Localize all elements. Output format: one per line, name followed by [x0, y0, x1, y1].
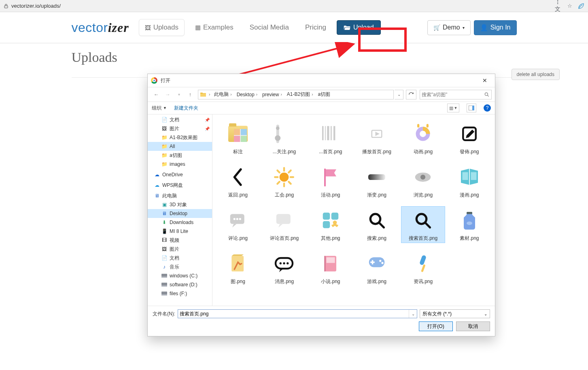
file-item[interactable]: 动画.png	[401, 120, 444, 156]
breadcrumb[interactable]: › 此电脑› Desktop› preview› A1-B2切图› a切图	[198, 90, 394, 99]
side-thispc[interactable]: 🖥此电脑	[148, 191, 212, 200]
cloud-icon: ☁	[154, 172, 160, 178]
side-docs[interactable]: 📄文档📌	[148, 115, 212, 124]
demo-button[interactable]: 🛒Demo▾	[427, 20, 471, 35]
file-item[interactable]: ...关注.png	[263, 120, 306, 156]
side-video[interactable]: 🎞视频	[148, 236, 212, 245]
crumb-thispc[interactable]: 此电脑›	[212, 90, 234, 99]
preview-pane-button[interactable]	[467, 104, 476, 112]
side-fdrive[interactable]: files (F:)	[148, 289, 212, 298]
help-button[interactable]: ?	[484, 104, 491, 112]
pane-icon	[469, 106, 474, 110]
crumb-desktop[interactable]: Desktop›	[234, 90, 260, 99]
signin-button[interactable]: 👤Sign In	[474, 20, 517, 35]
dialog-title: 打开	[161, 77, 170, 84]
side-cdrive[interactable]: windows (C:)	[148, 271, 212, 280]
file-item[interactable]: 漫画.png	[448, 163, 491, 199]
file-item[interactable]: 其他.png	[309, 207, 352, 243]
nav-forward-button[interactable]: →	[162, 89, 173, 100]
file-thumbnail	[364, 164, 390, 190]
close-button[interactable]: ✕	[478, 76, 492, 85]
refresh-button[interactable]	[406, 90, 416, 99]
side-all[interactable]: 📁All	[148, 142, 212, 151]
filetype-select[interactable]: 所有文件 (*.*)⌄	[420, 309, 490, 318]
side-music[interactable]: ♪音乐	[148, 262, 212, 271]
side-3d[interactable]: ▣3D 对象	[148, 200, 212, 209]
filename-input[interactable]: ⌄	[178, 309, 417, 318]
delete-all-button[interactable]: delete all uploads	[512, 69, 560, 80]
upload-button[interactable]: Upload	[337, 20, 381, 35]
filename-field[interactable]	[178, 311, 409, 317]
file-label: 消息.png	[275, 278, 294, 285]
file-item[interactable]: 搜索.png	[355, 207, 398, 243]
file-item[interactable]: 评论首页.png	[263, 207, 306, 243]
file-item[interactable]: 返回.png	[217, 163, 259, 199]
file-grid[interactable]: 标注...关注.png...首页.png播放首页.png动画.png發佈.png…	[212, 114, 495, 306]
file-item[interactable]: 活动.png	[309, 163, 352, 199]
nav-examples[interactable]: ▦Examples	[189, 19, 239, 36]
file-item[interactable]: 播放首页.png	[355, 120, 398, 156]
chevron-right-icon[interactable]: ›	[207, 92, 212, 97]
side-pics[interactable]: 🖼图片📌	[148, 124, 212, 133]
file-thumbnail	[225, 164, 251, 190]
file-label: 發佈.png	[460, 148, 479, 155]
breadcrumb-dropdown[interactable]: ⌄	[395, 90, 403, 99]
file-thumbnail	[271, 251, 297, 277]
file-item[interactable]: 發佈.png	[448, 120, 491, 156]
file-item[interactable]: 渐变.png	[355, 163, 398, 199]
file-item[interactable]: 素材.png	[448, 207, 491, 243]
crumb-preview[interactable]: preview›	[260, 90, 284, 99]
file-item[interactable]: 小说.png	[309, 250, 352, 286]
side-mi8[interactable]: 📱MI 8 Lite	[148, 227, 212, 236]
dialog-search-input[interactable]	[420, 90, 492, 99]
drive-icon	[161, 291, 167, 296]
open-button[interactable]: 打开(O)	[419, 321, 453, 331]
new-folder-button[interactable]: 新建文件夹	[174, 105, 198, 112]
search-field[interactable]	[422, 92, 484, 97]
side-pics2[interactable]: 🖼图片	[148, 245, 212, 254]
crumb-a1b2[interactable]: A1-B2切图›	[284, 90, 316, 99]
file-item[interactable]: 工会.png	[263, 163, 306, 199]
translate-icon[interactable]: ⠸文	[555, 2, 562, 10]
file-item[interactable]: 游戏.png	[355, 250, 398, 286]
side-images[interactable]: 📁images	[148, 160, 212, 169]
view-mode-button[interactable]: ▥ ▼	[447, 104, 459, 112]
filename-dropdown[interactable]: ⌄	[409, 310, 417, 318]
nav-pricing[interactable]: Pricing	[299, 19, 332, 36]
nav-social[interactable]: Social Media	[244, 19, 295, 36]
nav-recent-button[interactable]: ▾	[174, 89, 184, 100]
side-docs2[interactable]: 📄文档	[148, 254, 212, 262]
file-label: 资讯.png	[414, 278, 433, 285]
file-item[interactable]: 评论.png	[217, 207, 259, 243]
cancel-button[interactable]: 取消	[456, 321, 490, 331]
file-thumbnail	[318, 121, 344, 147]
file-label: 其他.png	[321, 235, 340, 242]
leaf-icon[interactable]	[577, 2, 585, 10]
side-a1b2[interactable]: 📁A1-B2效果图	[148, 133, 212, 142]
side-wps[interactable]: ☁WPS网盘	[148, 181, 212, 190]
nav-uploads[interactable]: 🖼Uploads	[139, 19, 185, 36]
side-desktop[interactable]: 🖥Desktop	[148, 209, 212, 218]
file-item[interactable]: 搜索首页.png	[401, 207, 444, 243]
file-item[interactable]: ...首页.png	[309, 120, 352, 156]
url-text[interactable]: vectorizer.io/uploads/	[11, 3, 555, 9]
file-item[interactable]: 图.png	[217, 250, 259, 286]
logo[interactable]: vectorizer	[72, 20, 129, 35]
svg-rect-4	[472, 106, 474, 110]
image-icon: 🖼	[145, 24, 151, 31]
file-item[interactable]: 浏览.png	[401, 163, 444, 199]
nav-back-button[interactable]: ←	[151, 89, 161, 100]
nav-up-button[interactable]: ↑	[185, 89, 195, 100]
side-downloads[interactable]: ⬇Downloads	[148, 218, 212, 227]
side-onedrive[interactable]: ☁OneDrive	[148, 170, 212, 179]
lock-icon	[3, 3, 9, 9]
star-icon[interactable]: ☆	[566, 2, 573, 10]
file-thumbnail	[410, 207, 436, 233]
file-item[interactable]: 资讯.png	[401, 250, 444, 286]
crumb-aqietu[interactable]: a切图	[315, 90, 333, 99]
organize-button[interactable]: 组织▼	[152, 105, 167, 112]
file-item[interactable]: 消息.png	[263, 250, 306, 286]
side-aqietu[interactable]: 📁a切图	[148, 151, 212, 160]
side-ddrive[interactable]: software (D:)	[148, 280, 212, 289]
file-item[interactable]: 标注	[217, 120, 259, 156]
